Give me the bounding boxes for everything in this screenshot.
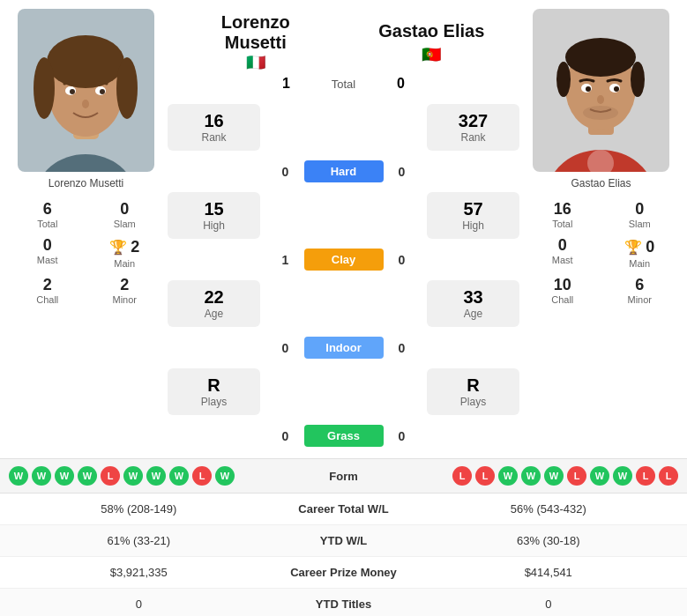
right-age-lbl: Age <box>436 308 511 320</box>
left-plays-val: R <box>176 375 251 396</box>
svg-point-4 <box>47 35 124 88</box>
right-slam-label: Slam <box>629 219 651 229</box>
form-badge-right: W <box>521 466 541 486</box>
svg-point-25 <box>583 106 618 120</box>
right-high-val: 57 <box>436 199 511 219</box>
form-badge-right: W <box>613 466 632 486</box>
left-total-label: Total <box>37 219 57 229</box>
left-trophy-row: 🏆 2 <box>109 236 139 258</box>
form-badge-left: W <box>146 466 166 486</box>
right-plays-val: R <box>436 375 511 396</box>
form-badge-right: W <box>590 466 609 486</box>
form-badge-right: L <box>475 466 495 486</box>
svg-point-24 <box>597 95 604 104</box>
grass-left: 0 <box>273 429 299 443</box>
right-plays-block: R Plays <box>427 368 519 415</box>
form-badge-right: L <box>636 466 655 486</box>
stats-table: 58% (208-149)Career Total W/L56% (543-43… <box>0 494 687 616</box>
hard-row: 0 Hard 0 <box>168 160 519 182</box>
svg-point-22 <box>586 86 591 92</box>
right-main-label: Main <box>629 258 650 269</box>
total-left: 1 <box>273 76 300 92</box>
right-player-title: Gastao Elias 🇵🇹 <box>344 12 520 72</box>
left-minor-value: 2 <box>120 276 129 294</box>
left-name-line2: Musetti <box>168 33 344 53</box>
hard-left: 0 <box>273 165 299 179</box>
left-plays-lbl: Plays <box>176 396 251 408</box>
right-rank-val: 327 <box>436 111 511 131</box>
form-badges-right: LLWWWLWWLL <box>397 466 679 486</box>
right-player-avatar <box>533 9 669 172</box>
form-badge-left: W <box>55 466 74 486</box>
right-trophy-row: 🏆 0 <box>624 236 654 258</box>
indoor-right: 0 <box>389 341 415 355</box>
left-slam-label: Slam <box>114 219 136 229</box>
form-label: Form <box>291 470 397 483</box>
clay-button: Clay <box>304 249 384 271</box>
left-main-label: Main <box>114 258 135 269</box>
indoor-left: 0 <box>273 341 299 355</box>
form-badge-left: W <box>32 466 51 486</box>
left-rank-block: 16 Rank <box>168 104 260 151</box>
left-minor-cell: 2 Minor <box>86 272 164 308</box>
stats-center-label: YTD W/L <box>265 534 423 547</box>
left-player-name-label: Lorenzo Musetti <box>49 177 123 189</box>
svg-point-11 <box>82 100 89 108</box>
left-flag: 🇮🇹 <box>168 53 344 72</box>
form-badge-right: W <box>544 466 564 486</box>
left-player-photo <box>18 9 154 172</box>
total-row: 1 Total 0 <box>168 76 519 92</box>
stats-left-val: $3,921,335 <box>13 566 265 579</box>
left-total-cell: 6 Total <box>9 197 86 233</box>
indoor-button: Indoor <box>304 337 384 359</box>
age-row: 22 Age 33 Age <box>168 277 519 330</box>
form-badge-right: L <box>659 466 678 486</box>
right-high-lbl: High <box>436 219 511 232</box>
left-rank-val: 16 <box>176 111 251 131</box>
left-slam-value: 0 <box>120 200 129 219</box>
right-player-name-label: Gastao Elias <box>571 177 631 189</box>
right-rank-block: 327 Rank <box>427 104 519 151</box>
right-trophy-icon: 🏆 <box>624 239 642 256</box>
svg-point-17 <box>565 38 636 77</box>
grass-right: 0 <box>389 429 415 443</box>
clay-left: 1 <box>273 253 299 267</box>
stats-right-val: 63% (30-18) <box>423 534 675 547</box>
main-layout: Lorenzo Musetti 6 Total 0 Slam 0 Mast � <box>0 0 687 458</box>
stats-right-val: $414,541 <box>423 566 675 579</box>
left-rank-lbl: Rank <box>176 131 251 144</box>
left-chall-label: Chall <box>36 294 58 305</box>
left-high-block: 15 High <box>168 192 260 239</box>
left-mast-cell: 0 Mast <box>9 233 86 272</box>
high-row: 15 High 57 High <box>168 189 519 242</box>
right-slam-value: 0 <box>635 200 644 219</box>
left-stats-grid: 6 Total 0 Slam 0 Mast 🏆 2 Main <box>9 197 163 308</box>
names-header-row: Lorenzo Musetti 🇮🇹 Gastao Elias 🇵🇹 <box>168 9 519 76</box>
stats-center-label: Career Prize Money <box>265 566 423 579</box>
left-mast-label: Mast <box>37 255 58 265</box>
left-age-lbl: Age <box>176 308 251 320</box>
svg-point-18 <box>556 62 571 97</box>
right-player-block: Gastao Elias 16 Total 0 Slam 0 Mast 🏆 <box>524 9 678 449</box>
svg-point-5 <box>34 57 55 119</box>
clay-row: 1 Clay 0 <box>168 249 519 271</box>
clay-right: 0 <box>389 253 415 267</box>
form-badges-left: WWWWLWWWLW <box>9 466 291 486</box>
right-mast-label: Mast <box>552 255 573 265</box>
stats-right-val: 0 <box>423 597 675 611</box>
left-total-value: 6 <box>43 200 52 219</box>
grass-button: Grass <box>304 425 384 447</box>
form-badge-right: L <box>452 466 472 486</box>
left-main-cell: 🏆 2 Main <box>86 233 164 272</box>
left-high-lbl: High <box>176 219 251 232</box>
right-minor-cell: 6 Minor <box>601 272 679 308</box>
form-badge-right: L <box>567 466 586 486</box>
right-plays-lbl: Plays <box>436 396 511 408</box>
left-high-val: 15 <box>176 199 251 219</box>
left-plays-block: R Plays <box>168 368 260 415</box>
form-badge-left: L <box>101 466 120 486</box>
grass-row: 0 Grass 0 <box>168 425 519 447</box>
right-minor-label: Minor <box>627 294 652 305</box>
stats-left-val: 58% (208-149) <box>13 502 265 516</box>
svg-point-10 <box>100 89 105 94</box>
